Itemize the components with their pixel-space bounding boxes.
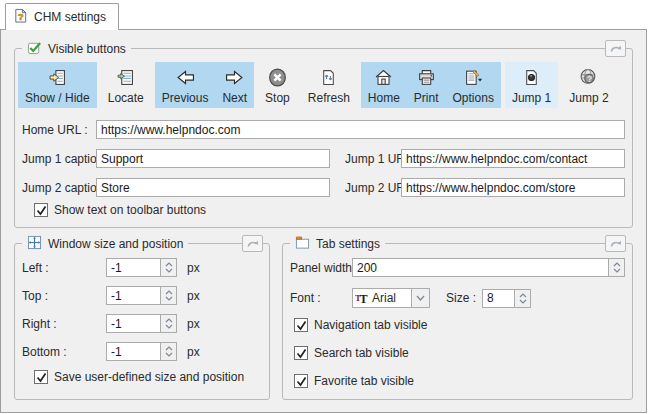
green-check-icon: [27, 40, 42, 58]
toolbar-button-refresh[interactable]: Refresh: [301, 62, 357, 108]
right-label: Right :: [22, 317, 106, 331]
font-size-input[interactable]: [482, 289, 514, 308]
toolbar-button-show-hide[interactable]: Show / Hide: [18, 62, 97, 108]
toolbar-button-options[interactable]: Options: [446, 62, 501, 108]
svg-text:?: ?: [587, 73, 592, 83]
left-input[interactable]: [106, 258, 160, 277]
toolbar-group-home-print-options: Home Print: [361, 62, 501, 108]
svg-text:?: ?: [18, 11, 24, 22]
spinner-down-icon: [165, 352, 173, 357]
revert-tab-settings-button[interactable]: [605, 235, 626, 252]
chm-toolbar: Show / Hide Locate: [18, 62, 616, 108]
search-tab-checkbox[interactable]: Search tab visible: [294, 346, 409, 360]
chm-doc-question-icon: ?: [13, 8, 28, 26]
bottom-unit: px: [187, 345, 200, 359]
bottom-input[interactable]: [106, 342, 160, 361]
jump2-row: Jump 2 caption : Jump 2 URL :: [22, 178, 625, 197]
font-dropdown[interactable]: T T Arial: [352, 288, 430, 308]
toolbar-group-locate: Locate: [101, 62, 151, 108]
navigation-tab-checkbox[interactable]: Navigation tab visible: [294, 318, 427, 332]
right-input[interactable]: [106, 314, 160, 333]
checkbox-box: [34, 370, 48, 384]
bottom-label: Bottom :: [22, 345, 106, 359]
font-combo-field: T T Arial: [352, 288, 412, 308]
toolbar-button-stop[interactable]: Stop: [258, 62, 297, 108]
jump2-caption-input[interactable]: [96, 178, 330, 197]
spinner-up-icon: [613, 262, 621, 267]
spinner-buttons[interactable]: [608, 258, 625, 277]
panel-width-stepper: [352, 258, 625, 277]
spinner-up-icon: [165, 262, 173, 267]
spinner-down-icon: [165, 268, 173, 273]
toolbar-button-locate[interactable]: Locate: [101, 62, 151, 108]
refresh-icon: [320, 66, 337, 88]
bottom-row: Bottom : px: [22, 342, 200, 361]
spinner-up-icon: [165, 346, 173, 351]
toolbar-button-print[interactable]: Print: [407, 62, 446, 108]
top-input[interactable]: [106, 286, 160, 305]
toolbar-button-jump2[interactable]: ? Jump 2: [562, 62, 615, 108]
panel-width-label: Panel width :: [290, 261, 352, 275]
group-window-size: Window size and position Left : px: [14, 243, 270, 400]
spinner-up-icon: [165, 290, 173, 295]
spinner-buttons[interactable]: [160, 314, 177, 333]
revert-window-size-button[interactable]: [242, 235, 263, 252]
home-url-input[interactable]: [96, 120, 625, 139]
spinner-buttons[interactable]: [160, 286, 177, 305]
checkmark-icon: [296, 320, 307, 331]
tab-page-icon: [295, 235, 310, 253]
checkmark-icon: [36, 205, 47, 216]
arrow-right-icon: [225, 66, 244, 88]
toolbar-button-home[interactable]: Home: [361, 62, 407, 108]
print-icon: [417, 66, 436, 88]
favorite-tab-checkbox[interactable]: Favorite tab visible: [294, 374, 414, 388]
settings-panel: Visible buttons: [0, 29, 647, 413]
font-size-stepper: [482, 289, 531, 308]
group-tab-settings-header: Tab settings: [290, 235, 385, 252]
spinner-down-icon: [165, 296, 173, 301]
undo-icon: [610, 44, 622, 54]
bottom-stepper: [106, 342, 177, 361]
font-label: Font :: [290, 291, 352, 305]
checkbox-box: [294, 374, 308, 388]
checkbox-box: [294, 346, 308, 360]
font-dropdown-button[interactable]: [412, 288, 430, 308]
jump1-caption-input[interactable]: [96, 149, 330, 168]
group-visible-buttons: Visible buttons: [14, 48, 633, 228]
toolbar-group-prev-next: Previous Next: [155, 62, 254, 108]
svg-text:T: T: [360, 292, 368, 305]
group-title: Tab settings: [316, 237, 380, 251]
checkmark-icon: [36, 372, 47, 383]
panel-width-row: Panel width :: [290, 258, 625, 277]
tab-chm-settings[interactable]: ? CHM settings: [5, 3, 119, 30]
spinner-buttons[interactable]: [160, 342, 177, 361]
stop-icon: [268, 66, 287, 88]
spinner-up-icon: [165, 318, 173, 323]
jump1-row: Jump 1 caption : Jump 1 URL :: [22, 149, 625, 168]
toolbar-button-previous[interactable]: Previous: [155, 62, 216, 108]
toolbar-group-showhide: Show / Hide: [18, 62, 97, 108]
size-label: Size :: [446, 291, 482, 305]
show-text-checkbox[interactable]: Show text on toolbar buttons: [34, 203, 206, 217]
jump1-url-input[interactable]: [401, 149, 625, 168]
chevron-down-icon: [416, 295, 425, 301]
checkbox-label: Show text on toolbar buttons: [54, 203, 206, 217]
toolbar-button-label: Options: [453, 91, 494, 105]
toolbar-button-next[interactable]: Next: [215, 62, 254, 108]
spinner-buttons[interactable]: [160, 258, 177, 277]
panel-width-input[interactable]: [352, 258, 608, 277]
save-size-checkbox[interactable]: Save user-defined size and position: [34, 370, 244, 384]
revert-visible-buttons-button[interactable]: [605, 40, 626, 57]
jump2-url-input[interactable]: [401, 178, 625, 197]
right-unit: px: [187, 317, 200, 331]
show-hide-icon: [49, 66, 66, 88]
toolbar-button-jump1[interactable]: Jump 1: [505, 62, 558, 108]
jump1-url-label: Jump 1 URL :: [345, 152, 401, 166]
font-row: Font : T T Arial Size :: [290, 288, 531, 308]
spinner-buttons[interactable]: [514, 289, 531, 308]
group-visible-buttons-header: Visible buttons: [22, 40, 131, 57]
group-tab-settings: Tab settings Panel width :: [282, 243, 633, 400]
home-icon: [374, 66, 393, 88]
truetype-font-icon: T T: [355, 291, 369, 305]
spinner-down-icon: [613, 268, 621, 273]
